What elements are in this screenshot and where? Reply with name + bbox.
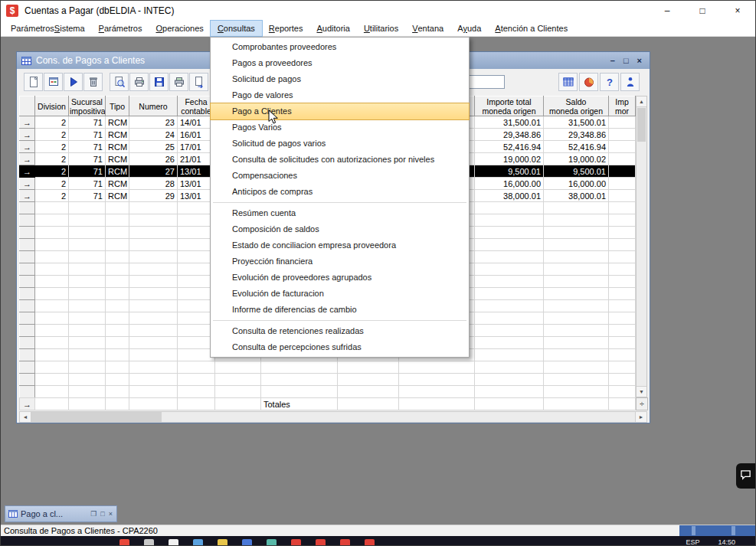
taskbar-icon[interactable] — [193, 539, 203, 546]
clock[interactable]: 14:50 — [718, 538, 735, 546]
menu-item-anticipos-de-compras[interactable]: Anticipos de compras — [211, 184, 469, 200]
cell[interactable]: 71 — [69, 190, 106, 202]
menu-item-solicitud-de-pagos[interactable]: Solicitud de pagos — [211, 71, 469, 87]
print-button[interactable] — [129, 73, 149, 91]
cell[interactable] — [609, 141, 636, 153]
col-header-division[interactable]: Division — [35, 96, 69, 116]
taskbar-icon[interactable] — [316, 539, 326, 546]
menu-item-evolucion-de-proveedores-agrupados[interactable]: Evolución de proveedores agrupados — [211, 270, 469, 286]
menu-item-resumen-cuenta[interactable]: Resúmen cuenta — [211, 205, 469, 221]
menu-reportes[interactable]: Reportes — [262, 21, 310, 36]
save-button[interactable] — [149, 73, 169, 91]
cell[interactable]: 2 — [35, 116, 69, 129]
close-button[interactable]: × — [720, 1, 755, 21]
cell[interactable]: 31,500.01 — [544, 116, 609, 129]
cell[interactable]: 9,500.01 — [475, 165, 544, 178]
cell[interactable]: 2 — [35, 153, 69, 165]
cell[interactable]: 52,416.94 — [544, 141, 609, 153]
menu-item-solicitud-de-pagos-varios[interactable]: Solicitud de pagos varios — [211, 136, 469, 152]
exit-button[interactable] — [620, 73, 640, 91]
maximize-button[interactable]: □ — [685, 1, 720, 21]
col-header-numero[interactable]: Numero — [129, 96, 178, 116]
menu-auditoria[interactable]: Auditoria — [309, 21, 356, 36]
cell[interactable]: 71 — [69, 116, 106, 129]
menu-parametros-sistema[interactable]: Parámetros Sistema — [4, 21, 92, 36]
form-button[interactable] — [44, 73, 63, 91]
cell[interactable]: RCM — [106, 153, 129, 165]
menu-item-evolucion-de-facturacion[interactable]: Evolución de facturacion — [211, 286, 469, 302]
vertical-scrollbar[interactable]: ▲ ▼ — [636, 96, 647, 397]
cell[interactable]: 38,000.01 — [544, 190, 609, 202]
table-button[interactable] — [558, 73, 578, 91]
menu-item-proyeccion-financiera[interactable]: Proyección financiera — [211, 253, 469, 270]
cell[interactable]: 9,500.01 — [544, 165, 609, 178]
menu-atencion-a-clientes[interactable]: Atención a Clientes — [488, 21, 574, 36]
col-header-imp-mor[interactable]: Impmor — [609, 96, 636, 116]
grid-spin-control[interactable]: ÷ — [636, 397, 648, 410]
mini-restore-button[interactable]: ❐ — [90, 510, 97, 518]
cell[interactable] — [609, 116, 636, 129]
cell[interactable]: RCM — [106, 190, 129, 202]
menu-ventana[interactable]: Ventana — [405, 21, 450, 36]
cell[interactable]: 71 — [69, 141, 106, 153]
preview-button[interactable] — [110, 73, 129, 91]
taskbar-icon[interactable] — [267, 539, 277, 546]
menu-ayuda[interactable]: Ayuda — [450, 21, 488, 36]
delete-button[interactable] — [83, 73, 103, 91]
cell[interactable]: 2 — [35, 141, 69, 153]
menu-utilitarios[interactable]: Utilitarios — [357, 21, 405, 36]
cell[interactable]: 29,348.86 — [544, 129, 609, 141]
taskbar-icon[interactable] — [291, 539, 301, 546]
menu-item-compensaciones[interactable]: Compensaciones — [211, 168, 469, 184]
menu-item-estado-de-conciliacion-empresa-proveedora[interactable]: Estado de conciliacion empresa proveedor… — [211, 237, 469, 253]
cell[interactable]: 24 — [129, 129, 178, 141]
help-button[interactable]: ? — [600, 73, 619, 91]
child-minimize-button[interactable]: – — [610, 56, 615, 65]
print-table-button[interactable] — [169, 73, 188, 91]
menu-item-informe-de-diferencias-de-cambio[interactable]: Informe de diferencias de cambio — [211, 302, 469, 318]
cell[interactable]: 26 — [129, 153, 178, 165]
cell[interactable]: 2 — [35, 178, 69, 190]
cell[interactable] — [609, 165, 636, 178]
col-header-importe-total-moneda-origen[interactable]: Importe totalmoneda origen — [475, 96, 544, 116]
taskbar-icon[interactable] — [144, 539, 154, 546]
taskbar-icon[interactable] — [242, 539, 252, 546]
cell[interactable]: 16,000.00 — [475, 178, 544, 190]
scroll-left-arrow-icon[interactable]: ◄ — [20, 412, 31, 422]
cell[interactable]: 2 — [35, 129, 69, 141]
cell[interactable]: 16,000.00 — [544, 178, 609, 190]
export-button[interactable] — [189, 73, 208, 91]
cell[interactable]: RCM — [106, 165, 129, 178]
menu-item-pago-a-clientes[interactable]: Pago a Clientes — [211, 103, 469, 119]
cell[interactable]: RCM — [106, 116, 129, 129]
minimize-button[interactable]: – — [650, 1, 685, 21]
language-indicator[interactable]: ESP — [686, 538, 699, 546]
scroll-up-arrow-icon[interactable]: ▲ — [637, 96, 646, 107]
taskbar-icon[interactable] — [340, 539, 350, 546]
child-maximize-button[interactable]: □ — [623, 56, 629, 65]
cell[interactable]: 19,000.02 — [475, 153, 544, 165]
cell[interactable]: 23 — [129, 116, 178, 129]
cell[interactable]: 31,500.01 — [475, 116, 544, 129]
chart-button[interactable] — [579, 73, 598, 91]
cell[interactable]: 29 — [129, 190, 178, 202]
cell[interactable]: 2 — [35, 165, 69, 178]
col-header[interactable] — [20, 96, 35, 116]
horizontal-scrollbar[interactable]: ◄ ► — [19, 411, 647, 423]
menu-parametros[interactable]: Parámetros — [92, 21, 149, 36]
run-button[interactable] — [64, 73, 83, 91]
menu-item-pago-de-valores[interactable]: Pago de valores — [211, 87, 469, 103]
cell[interactable] — [609, 190, 636, 202]
vertical-scroll-thumb[interactable] — [637, 108, 646, 142]
cell[interactable]: 28 — [129, 178, 178, 190]
scroll-right-arrow-icon[interactable]: ► — [635, 412, 646, 422]
cell[interactable]: RCM — [106, 178, 129, 190]
menu-item-consulta-de-percepciones-sufridas[interactable]: Consulta de percepciones sufridas — [211, 339, 469, 355]
child-close-button[interactable]: × — [637, 56, 642, 65]
mini-close-button[interactable]: × — [109, 510, 113, 518]
cell[interactable]: 71 — [69, 178, 106, 190]
scroll-down-arrow-icon[interactable]: ▼ — [637, 386, 646, 397]
cell[interactable]: 71 — [69, 165, 106, 178]
col-header-saldo-moneda-origen[interactable]: Saldomoneda origen — [544, 96, 609, 116]
minimized-window[interactable]: Pago a cl... ❐ □ × — [5, 505, 117, 522]
